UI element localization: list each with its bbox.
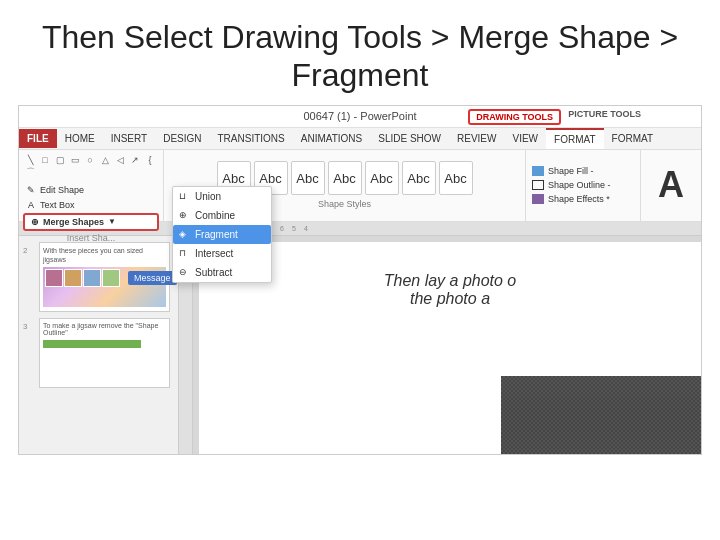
shapes-tools: ✎ Edit Shape A Text Box ⊕ Merge Shapes ▼ — [23, 183, 159, 231]
text-box-btn[interactable]: A Text Box — [23, 198, 159, 212]
intersect-icon: ⊓ — [179, 248, 186, 258]
tab-view[interactable]: VIEW — [504, 129, 546, 148]
slide-3-number: 3 — [23, 322, 27, 331]
shape-outline-icon — [532, 180, 544, 190]
tab-file[interactable]: FILE — [19, 129, 57, 148]
shape-icon-brace: { — [143, 154, 157, 166]
large-a: A — [658, 164, 684, 206]
text-box-icon: A — [25, 199, 37, 211]
slides-panel: 2 With these pieces you can sized jigsaw… — [19, 222, 179, 455]
slide-3-thumb[interactable]: To make a jigsaw remove the "Shape Outli… — [39, 318, 170, 388]
tab-insert[interactable]: INSERT — [103, 129, 156, 148]
merge-combine[interactable]: ⊕ Combine — [173, 206, 271, 225]
tab-design[interactable]: DESIGN — [155, 129, 209, 148]
tab-slideshow[interactable]: SLIDE SHOW — [370, 129, 449, 148]
tab-animations[interactable]: ANIMATIONS — [293, 129, 370, 148]
slide-2-number: 2 — [23, 246, 27, 255]
shape-icon-oval: ○ — [83, 154, 97, 166]
shape-fill-btn[interactable]: Shape Fill - — [532, 166, 634, 176]
edit-shape-icon: ✎ — [25, 184, 37, 196]
abc-btn-3[interactable]: Abc — [291, 161, 325, 195]
slide-3-container: 3 To make a jigsaw remove the "Shape Out… — [35, 318, 174, 388]
ribbon-section-shapes: ╲ □ ▢ ▭ ○ △ ◁ ↗ { ⌒ ✎ Edit Shape A Text … — [19, 150, 164, 221]
combine-icon: ⊕ — [179, 210, 187, 220]
tab-transitions[interactable]: TRANSITIONS — [210, 129, 293, 148]
tab-review[interactable]: REVIEW — [449, 129, 504, 148]
slide-2-container: 2 With these pieces you can sized jigsaw… — [35, 242, 174, 312]
merge-shapes-dropdown: ⊔ Union ⊕ Combine ◈ Fragment ⊓ Intersect… — [172, 186, 272, 283]
main-content: 2 With these pieces you can sized jigsaw… — [19, 222, 701, 455]
shape-effects-btn[interactable]: Shape Effects * — [532, 194, 634, 204]
app-title: 00647 (1) - PowerPoint — [303, 110, 416, 122]
page-title: Then Select Drawing Tools > Merge Shape … — [0, 0, 720, 105]
slide-2-text: With these pieces you can sized jigsaws — [43, 246, 166, 264]
slide-3-bar — [43, 340, 141, 348]
main-slide-content: Then lay a photo o the photo a — [199, 242, 701, 455]
abc-btn-5[interactable]: Abc — [365, 161, 399, 195]
ribbon-section-a: A — [641, 150, 701, 221]
merge-shapes-btn[interactable]: ⊕ Merge Shapes ▼ — [23, 213, 159, 231]
shapes-grid: ╲ □ ▢ ▭ ○ △ ◁ ↗ { ⌒ — [23, 154, 159, 179]
shape-outline-btn[interactable]: Shape Outline - — [532, 180, 634, 190]
merge-dropdown-arrow: ▼ — [108, 217, 116, 226]
slide-2-thumb[interactable]: With these pieces you can sized jigsaws … — [39, 242, 170, 312]
edit-shape-btn[interactable]: ✎ Edit Shape — [23, 183, 159, 197]
shape-effects-icon — [532, 194, 544, 204]
ribbon-section-right: Shape Fill - Shape Outline - Shape Effec… — [526, 150, 641, 221]
slide-main-text: Then lay a photo o the photo a — [209, 272, 691, 308]
abc-btn-7[interactable]: Abc — [439, 161, 473, 195]
ribbon-content: ╲ □ ▢ ▭ ○ △ ◁ ↗ { ⌒ ✎ Edit Shape A Text … — [19, 150, 701, 222]
ruler-mark-6: 6 — [280, 225, 284, 232]
shape-icon-tri: △ — [98, 154, 112, 166]
puzzle-1 — [45, 269, 63, 287]
fragment-icon: ◈ — [179, 229, 186, 239]
picture-tools-tab[interactable]: PICTURE TOOLS — [568, 109, 641, 119]
slide-main-image — [501, 376, 701, 455]
shape-icon-rtri: ◁ — [113, 154, 127, 166]
drawing-tools-tab[interactable]: DRAWING TOOLS — [468, 109, 561, 125]
shape-styles-label: Shape Styles — [318, 199, 371, 209]
merge-shapes-icon: ⊕ — [29, 216, 41, 228]
puzzle-4 — [102, 269, 120, 287]
shape-fill-icon — [532, 166, 544, 176]
message-tooltip: Message — [128, 271, 177, 285]
merge-fragment[interactable]: ◈ Fragment — [173, 225, 271, 244]
subtract-icon: ⊖ — [179, 267, 187, 277]
tab-home[interactable]: HOME — [57, 129, 103, 148]
screenshot-container: 00647 (1) - PowerPoint DRAWING TOOLS PIC… — [18, 105, 702, 455]
ribbon-titlebar: 00647 (1) - PowerPoint DRAWING TOOLS PIC… — [19, 106, 701, 128]
merge-intersect[interactable]: ⊓ Intersect — [173, 244, 271, 263]
puzzle-3 — [83, 269, 101, 287]
tab-format-1[interactable]: FORMAT — [546, 128, 603, 149]
ruler-mark-4: 4 — [304, 225, 308, 232]
ribbon-tabs: FILE HOME INSERT DESIGN TRANSITIONS ANIM… — [19, 128, 701, 150]
shape-icon-line: ╲ — [23, 154, 37, 166]
shape-icon-wave: ⌒ — [23, 167, 37, 179]
union-icon: ⊔ — [179, 191, 186, 201]
puzzle-2 — [64, 269, 82, 287]
slide-3-text: To make a jigsaw remove the "Shape Outli… — [43, 322, 166, 336]
abc-btn-6[interactable]: Abc — [402, 161, 436, 195]
merge-union[interactable]: ⊔ Union — [173, 187, 271, 206]
shape-icon-rect: □ — [38, 154, 52, 166]
merge-subtract[interactable]: ⊖ Subtract — [173, 263, 271, 282]
shape-icon-rect2: ▭ — [68, 154, 82, 166]
shape-icon-round: ▢ — [53, 154, 67, 166]
gravel-texture — [501, 376, 701, 455]
abc-btn-4[interactable]: Abc — [328, 161, 362, 195]
tab-format-2[interactable]: FORMAT — [604, 129, 661, 148]
ruler-mark-5: 5 — [292, 225, 296, 232]
shape-icon-arrow: ↗ — [128, 154, 142, 166]
